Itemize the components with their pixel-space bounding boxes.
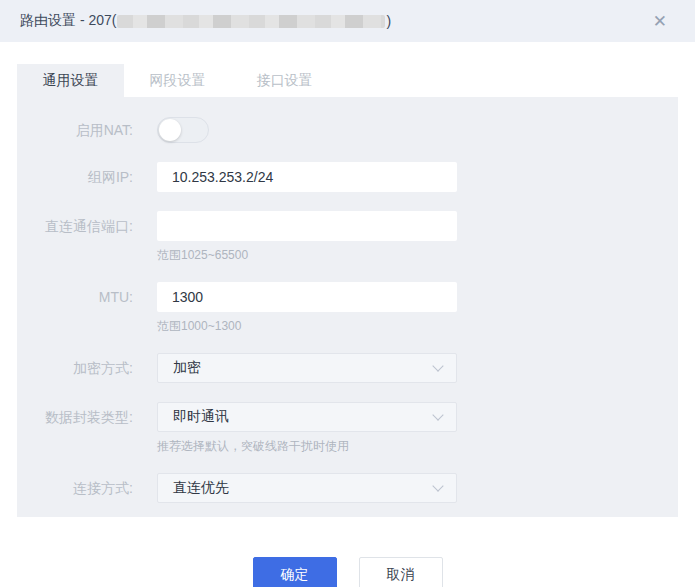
tab-interface-settings[interactable]: 接口设置	[231, 64, 338, 97]
connection-select[interactable]: 直连优先	[157, 473, 457, 503]
mtu-label: MTU:	[17, 282, 157, 312]
dialog-title: 路由设置 - 207()	[20, 12, 391, 30]
close-icon[interactable]: ✕	[653, 13, 667, 30]
connection-label: 连接方式:	[17, 473, 157, 503]
encryption-select[interactable]: 加密	[157, 353, 457, 383]
form-row-mtu: MTU: 范围1000~1300	[17, 282, 678, 334]
encapsulation-label: 数据封装类型:	[17, 402, 157, 432]
form-row-connection: 连接方式: 直连优先	[17, 473, 678, 503]
network-ip-label: 组网IP:	[17, 162, 157, 192]
mtu-input[interactable]	[157, 282, 457, 312]
tab-network-segment-settings[interactable]: 网段设置	[124, 64, 231, 97]
direct-port-input[interactable]	[157, 211, 457, 241]
direct-port-label: 直连通信端口:	[17, 211, 157, 241]
encapsulation-hint: 推荐选择默认，突破线路干扰时使用	[157, 438, 457, 454]
form-row-direct-port: 直连通信端口: 范围1025~65500	[17, 211, 678, 263]
direct-port-hint: 范围1025~65500	[157, 247, 457, 263]
mtu-hint: 范围1000~1300	[157, 318, 457, 334]
form-row-encapsulation: 数据封装类型: 即时通讯 推荐选择默认，突破线路干扰时使用	[17, 402, 678, 454]
tab-general-settings[interactable]: 通用设置	[17, 64, 124, 97]
encapsulation-select[interactable]: 即时通讯	[157, 402, 457, 432]
chevron-down-icon	[432, 480, 443, 491]
settings-tabs: 通用设置 网段设置 接口设置	[17, 64, 338, 97]
cancel-button[interactable]: 取消	[359, 557, 443, 587]
general-settings-form: 启用NAT: 组网IP: 直连通信端口: 范围1025~65500 MTU:	[17, 97, 678, 517]
dialog-title-prefix: 路由设置 - 207(	[20, 12, 116, 30]
form-row-encryption: 加密方式: 加密	[17, 353, 678, 383]
dialog-footer: 确定 取消	[0, 557, 695, 587]
encapsulation-select-value: 即时通讯	[173, 408, 229, 426]
chevron-down-icon	[432, 409, 443, 420]
encryption-label: 加密方式:	[17, 353, 157, 383]
form-row-nat: 启用NAT:	[17, 117, 678, 143]
dialog-title-suffix: )	[386, 13, 391, 29]
form-row-network-ip: 组网IP:	[17, 162, 678, 192]
nat-toggle[interactable]	[157, 117, 209, 143]
network-ip-input[interactable]	[157, 162, 457, 192]
toggle-knob	[159, 119, 181, 141]
encryption-select-value: 加密	[173, 359, 201, 377]
nat-label: 启用NAT:	[17, 117, 157, 143]
connection-select-value: 直连优先	[173, 479, 229, 497]
dialog-titlebar: 路由设置 - 207() ✕	[0, 0, 695, 42]
ok-button[interactable]: 确定	[253, 557, 337, 587]
redacted-text	[117, 15, 385, 28]
chevron-down-icon	[432, 360, 443, 371]
route-settings-dialog: 路由设置 - 207() ✕ 通用设置 网段设置 接口设置 启用NAT: 组网I…	[0, 0, 695, 587]
